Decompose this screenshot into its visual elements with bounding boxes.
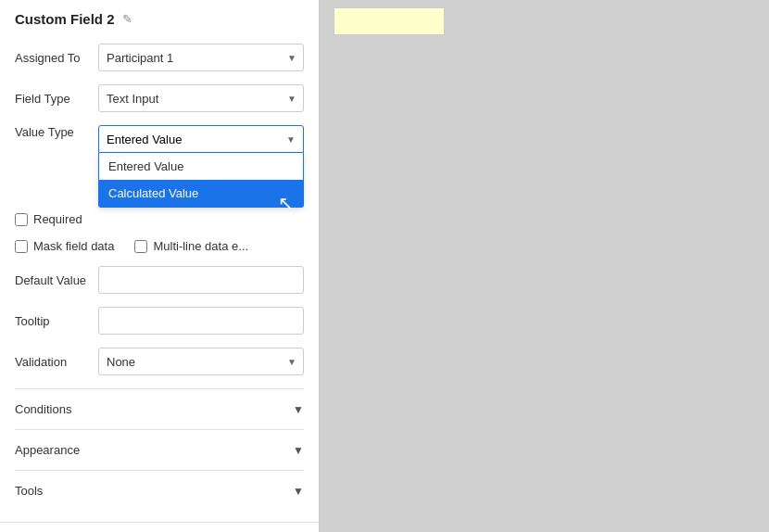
- panel-title: Custom Field 2: [15, 11, 115, 27]
- yellow-input[interactable]: [334, 7, 445, 35]
- value-type-selected-text: Entered Value: [107, 133, 182, 146]
- value-type-label: Value Type: [15, 125, 98, 139]
- value-type-row: Value Type Entered Value ▼ Entered Value…: [15, 125, 304, 153]
- assigned-to-select[interactable]: Participant 1 Participant 2 All: [98, 44, 304, 71]
- conditions-chevron-icon: ▼: [293, 403, 304, 416]
- multiline-checkbox-item: Multi-line data e...: [134, 239, 248, 253]
- value-type-chevron-icon: ▼: [286, 134, 296, 145]
- default-value-label: Default Value: [15, 273, 98, 287]
- tools-section[interactable]: Tools ▼: [15, 470, 304, 511]
- value-type-dropdown: Entered Value Calculated Value ↖: [98, 153, 304, 208]
- default-value-input[interactable]: [98, 266, 304, 294]
- appearance-section[interactable]: Appearance ▼: [15, 429, 304, 470]
- appearance-label: Appearance: [15, 443, 80, 457]
- field-type-select[interactable]: Text Input Number Date Dropdown: [98, 84, 304, 112]
- checkbox-row: Required: [15, 212, 304, 226]
- mask-checkbox-item: Mask field data: [15, 239, 114, 253]
- validation-select-wrapper: None Email Number Date ▼: [98, 348, 304, 375]
- panel-footer: Delete Field Cancel OK: [0, 522, 319, 532]
- dropdown-item-calculated-value[interactable]: Calculated Value ↖: [99, 180, 303, 207]
- field-type-select-wrapper: Text Input Number Date Dropdown ▼: [98, 84, 304, 112]
- tooltip-input[interactable]: [98, 307, 304, 335]
- value-type-select-wrapper: Entered Value ▼ Entered Value Calculated…: [98, 125, 304, 153]
- validation-label: Validation: [15, 355, 98, 369]
- required-label: Required: [33, 212, 82, 226]
- panel-content: Custom Field 2 ✎ Assigned To Participant…: [0, 0, 319, 522]
- required-checkbox[interactable]: [15, 213, 28, 226]
- tooltip-row: Tooltip: [15, 307, 304, 335]
- dropdown-item-entered-value[interactable]: Entered Value: [99, 153, 303, 180]
- conditions-section[interactable]: Conditions ▼: [15, 388, 304, 429]
- conditions-label: Conditions: [15, 402, 71, 416]
- panel-header: Custom Field 2 ✎: [15, 11, 304, 27]
- value-type-select[interactable]: Entered Value ▼: [98, 125, 304, 153]
- edit-icon[interactable]: ✎: [122, 12, 132, 26]
- multiline-checkbox[interactable]: [134, 240, 147, 253]
- mask-multiline-row: Mask field data Multi-line data e...: [15, 239, 304, 253]
- field-type-row: Field Type Text Input Number Date Dropdo…: [15, 84, 304, 112]
- assigned-to-row: Assigned To Participant 1 Participant 2 …: [15, 44, 304, 71]
- appearance-chevron-icon: ▼: [293, 444, 304, 457]
- settings-panel: Custom Field 2 ✎ Assigned To Participant…: [0, 0, 320, 532]
- validation-row: Validation None Email Number Date ▼: [15, 348, 304, 375]
- field-type-label: Field Type: [15, 92, 98, 106]
- multiline-label: Multi-line data e...: [153, 239, 248, 253]
- validation-select[interactable]: None Email Number Date: [98, 348, 304, 375]
- assigned-to-select-wrapper: Participant 1 Participant 2 All ▼: [98, 44, 304, 71]
- tooltip-label: Tooltip: [15, 314, 98, 328]
- default-value-row: Default Value: [15, 266, 304, 294]
- mask-label: Mask field data: [33, 239, 114, 253]
- mask-checkbox[interactable]: [15, 240, 28, 253]
- tools-chevron-icon: ▼: [293, 485, 304, 498]
- tools-label: Tools: [15, 484, 43, 498]
- assigned-to-label: Assigned To: [15, 51, 98, 65]
- required-checkbox-item: Required: [15, 212, 82, 226]
